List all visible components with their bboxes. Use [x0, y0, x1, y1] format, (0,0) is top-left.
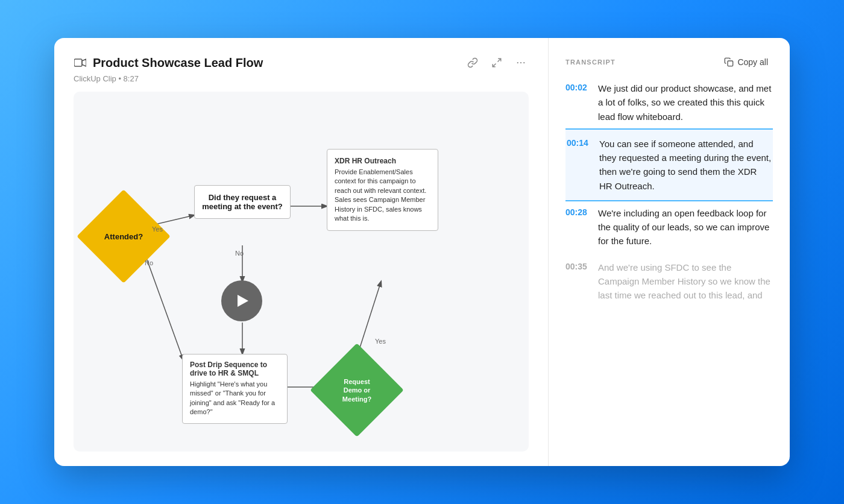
transcript-text-2: We're including an open feedback loop fo… [598, 206, 773, 248]
no-label-2: No [145, 259, 153, 266]
transcript-text-3: And we're using SFDC to see the Campaign… [598, 260, 773, 303]
transcript-item-active: 00:14 You can see if someone attended, a… [565, 128, 773, 201]
video-title: Product Showcase Lead Flow [93, 56, 263, 70]
copy-icon [724, 57, 734, 67]
link-button[interactable] [465, 55, 480, 71]
transcript-list: 00:02 We just did our product showcase, … [565, 81, 773, 452]
transcript-title: TRANSCRIPT [565, 58, 616, 66]
timestamp-1[interactable]: 00:14 [567, 137, 591, 148]
flowchart-area: Attended? Yes No Did they request a meet… [74, 92, 529, 452]
transcript-header: TRANSCRIPT Copy all [565, 55, 773, 69]
drip-box: Post Drip Sequence to drive to HR & SMQL… [182, 354, 288, 424]
right-panel: TRANSCRIPT Copy all 00:02 We just did ou… [549, 38, 790, 466]
transcript-text-1: You can see if someone attended, and the… [599, 137, 772, 193]
yes-label-1: Yes [152, 225, 163, 233]
svg-rect-0 [74, 59, 82, 66]
timestamp-3[interactable]: 00:35 [565, 260, 590, 271]
play-button[interactable] [221, 280, 262, 321]
fullscreen-button[interactable] [489, 55, 505, 71]
copy-all-label: Copy all [737, 57, 768, 67]
request-diamond: Request Demo or Meeting? [324, 357, 390, 423]
transcript-item: 00:28 We're including an open feedback l… [565, 206, 773, 248]
svg-point-4 [517, 62, 518, 63]
timestamp-0[interactable]: 00:02 [565, 81, 590, 92]
svg-marker-1 [82, 59, 86, 66]
no-label-1: No [235, 250, 244, 257]
svg-point-5 [520, 62, 521, 63]
transcript-item-faded: 00:35 And we're using SFDC to see the Ca… [565, 260, 773, 303]
video-title-row: Product Showcase Lead Flow [74, 56, 263, 70]
transcript-text-0: We just did our product showcase, and me… [598, 81, 773, 124]
svg-line-13 [357, 282, 381, 357]
main-card: Product Showcase Lead Flow [54, 38, 790, 466]
play-triangle-icon [238, 295, 248, 307]
svg-line-3 [493, 64, 496, 67]
svg-point-6 [523, 62, 524, 63]
more-options-button[interactable] [513, 55, 529, 71]
video-meta: ClickUp Clip • 8:27 [74, 74, 529, 83]
svg-rect-14 [728, 61, 733, 66]
video-actions [465, 55, 529, 71]
video-clip-icon [74, 56, 87, 69]
video-header: Product Showcase Lead Flow [74, 55, 529, 71]
flowchart-arrows [74, 92, 529, 452]
svg-line-2 [498, 58, 501, 61]
copy-all-button[interactable]: Copy all [719, 55, 773, 69]
transcript-item: 00:02 We just did our product showcase, … [565, 81, 773, 124]
timestamp-2[interactable]: 00:28 [565, 206, 590, 217]
meeting-box: Did they request a meeting at the event? [194, 185, 291, 219]
yes-label-2: Yes [375, 338, 386, 345]
left-panel: Product Showcase Lead Flow [54, 38, 549, 466]
xdr-box: XDR HR Outreach Provide Enablement/Sales… [327, 149, 438, 231]
